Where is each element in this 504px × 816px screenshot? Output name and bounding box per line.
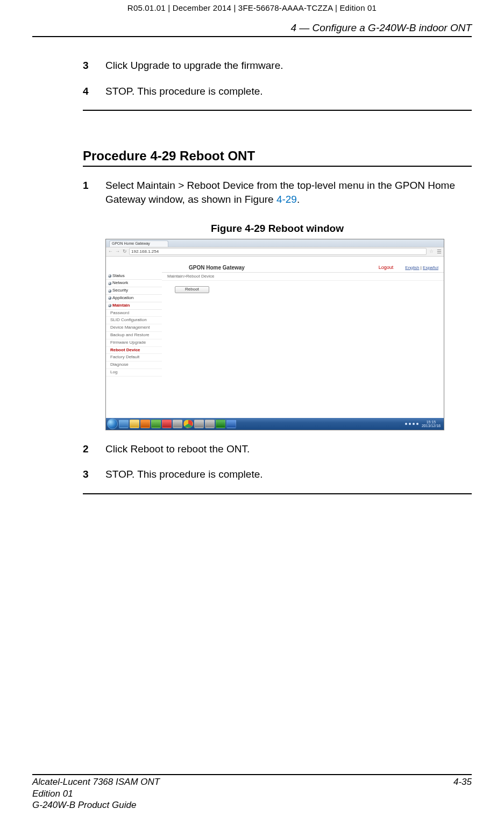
logout-link[interactable]: Logout [379,265,394,271]
start-button-icon[interactable] [107,418,118,429]
sidebar-item-label: Maintain [112,303,130,308]
windows-taskbar: 15:15 2013/12/18 [106,418,444,430]
bullet-icon [108,274,111,278]
lang-espanol-link[interactable]: Español [423,265,438,270]
browser-tab-label: GPON Home Gateway [112,242,150,245]
taskbar-word-icon[interactable] [226,420,236,428]
browser-toolbar: ← → ↻ 192.168.1.254 ☆ ☰ [106,247,444,257]
system-tray[interactable]: 15:15 2013/12/18 [405,420,443,428]
sidebar-sub-factory[interactable]: Factory Default [106,354,162,361]
footer-line: Edition 01 [32,788,160,799]
clock-date: 2013/12/18 [422,424,441,428]
step-row: 3 STOP. This procedure is complete. [83,467,472,481]
step-number: 1 [83,179,105,206]
step-row: 2 Click Reboot to reboot the ONT. [83,442,472,456]
sidebar-item-label: Application [112,296,133,301]
sidebar-item-maintain[interactable]: Maintain [106,302,162,310]
taskbar-app-icon[interactable] [194,420,204,428]
bullet-icon [108,296,111,300]
procedure-title-rule [83,166,472,167]
sidebar: Status Network Security Application Main… [106,257,162,418]
taskbar-chrome-icon[interactable] [183,420,193,428]
step-text: Click Upgrade to upgrade the firmware. [105,59,472,73]
tray-icon[interactable] [405,423,407,425]
footer-rule [32,774,472,775]
sidebar-sub-slid[interactable]: SLID Configuration [106,317,162,324]
step-row: 4 STOP. This procedure is complete. [83,84,472,98]
step-text: Click Reboot to reboot the ONT. [105,442,472,456]
step-text: STOP. This procedure is complete. [105,84,472,98]
doc-release-line: R05.01.01 | December 2014 | 3FE-56678-AA… [32,0,472,12]
bullet-icon [108,289,111,293]
footer-line: G-240W-B Product Guide [32,799,160,811]
step-text: Select Maintain > Reboot Device from the… [105,179,472,206]
browser-tab[interactable]: GPON Home Gateway [109,240,168,247]
figure-caption: Figure 4-29 Reboot window [83,223,472,235]
figure-xref[interactable]: 4-29 [276,194,297,205]
step-row: 1 Select Maintain > Reboot Device from t… [83,179,472,206]
taskbar-firefox-icon[interactable] [140,420,150,428]
tray-icon[interactable] [416,423,418,425]
step-number: 4 [83,84,105,98]
sidebar-sub-log[interactable]: Log [106,369,162,377]
taskbar-ie-icon[interactable] [119,420,129,428]
bullet-icon [108,304,111,307]
taskbar-app-icon[interactable] [151,420,161,428]
lang-english-link[interactable]: English [405,265,419,270]
running-head: 4 — Configure a G-240W-B indoor ONT [32,22,472,37]
step-number: 3 [83,467,105,481]
sidebar-item-label: Security [112,288,128,293]
lang-switch: English | Español [405,266,438,271]
forward-icon[interactable]: → [115,249,120,254]
reboot-button[interactable]: Reboot [175,286,209,293]
procedure-end-rule [83,110,472,111]
browser-menu-icon[interactable]: ☰ [436,249,442,254]
sidebar-sub-backup[interactable]: Backup and Restore [106,332,162,339]
footer-line: Alcatel-Lucent 7368 ISAM ONT [32,776,160,787]
sidebar-sub-fw-upgrade[interactable]: Firmware Upgrade [106,339,162,347]
page-footer: Alcatel-Lucent 7368 ISAM ONT Edition 01 … [32,776,472,811]
sidebar-item-security[interactable]: Security [106,287,162,295]
address-bar[interactable]: 192.168.1.254 [129,248,427,255]
sidebar-sub-diagnose[interactable]: Diagnose [106,361,162,369]
procedure-end-rule [83,493,472,494]
sidebar-item-network[interactable]: Network [106,280,162,287]
procedure-title: Procedure 4-29 Reboot ONT [83,148,472,164]
address-bar-text: 192.168.1.254 [131,249,159,254]
sidebar-sub-device-mgmt[interactable]: Device Management [106,324,162,332]
taskbar-app-icon[interactable] [205,420,215,428]
step-text-part: . [297,194,300,205]
clock-time: 15:15 [422,420,441,424]
step-number: 2 [83,442,105,456]
browser-tab-strip: GPON Home Gateway [106,239,444,247]
bullet-icon [108,282,111,285]
sidebar-item-label: Network [112,281,128,286]
sidebar-item-status[interactable]: Status [106,273,162,280]
sidebar-item-application[interactable]: Application [106,295,162,302]
reload-icon[interactable]: ↻ [122,249,127,254]
taskbar-app-icon[interactable] [162,420,172,428]
step-row: 3 Click Upgrade to upgrade the firmware. [83,59,472,73]
sidebar-sub-reboot[interactable]: Reboot Device [106,347,162,354]
taskbar-excel-icon[interactable] [216,420,225,428]
taskbar-explorer-icon[interactable] [130,420,139,428]
sidebar-sub-password[interactable]: Password [106,310,162,317]
step-text: STOP. This procedure is complete. [105,467,472,481]
main-area: GPON Home Gateway Logout English | Españ… [162,257,444,418]
app-body: Status Network Security Application Main… [106,257,444,418]
app-title: GPON Home Gateway [189,265,245,271]
tray-icon[interactable] [409,423,411,425]
sidebar-item-label: Status [112,274,125,279]
step-number: 3 [83,59,105,73]
tray-icon[interactable] [413,423,415,425]
page-number: 4-35 [453,776,472,811]
bookmark-star-icon[interactable]: ☆ [429,249,434,254]
back-icon[interactable]: ← [108,249,113,254]
figure-screenshot: GPON Home Gateway ← → ↻ 192.168.1.254 ☆ … [105,239,444,430]
content-area: Reboot [162,281,444,293]
breadcrumb: Maintain>Reboot Device [162,273,444,281]
taskbar-app-icon[interactable] [173,420,182,428]
app-header: GPON Home Gateway Logout English | Españ… [162,257,444,273]
clock[interactable]: 15:15 2013/12/18 [420,420,442,428]
